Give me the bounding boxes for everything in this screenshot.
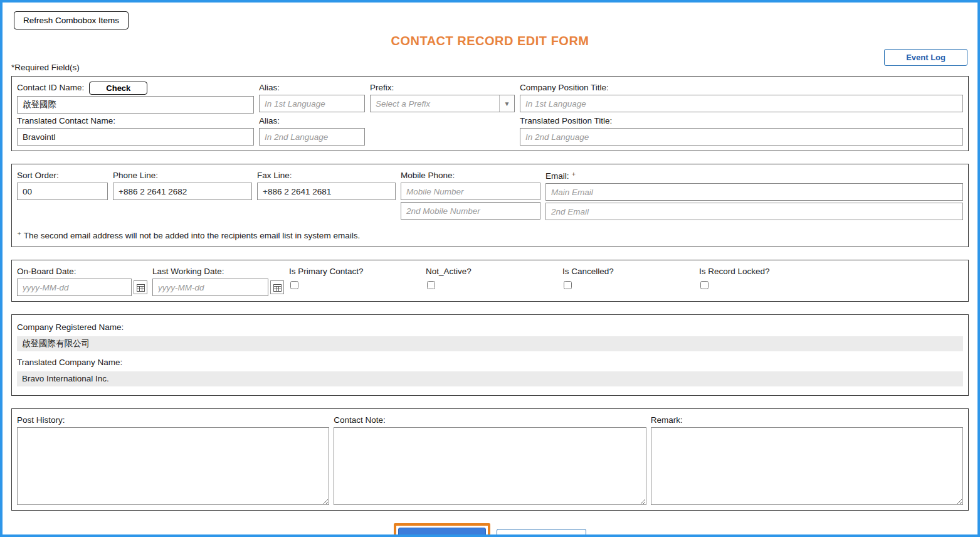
on-board-date-field: On-Board Date:: [17, 265, 147, 296]
contact-id-name-field: Contact ID Name: Check: [17, 82, 254, 114]
chevron-down-icon[interactable]: ▼: [499, 95, 514, 112]
translated-company-name-label: Translated Company Name:: [17, 355, 963, 370]
is-cancelled-checkbox[interactable]: [564, 281, 572, 289]
check-button[interactable]: Check: [89, 82, 147, 95]
is-record-locked-field: Is Record Locked?: [699, 265, 963, 296]
remark-field: Remark:: [651, 414, 963, 505]
not-active-label: Not_Active?: [426, 265, 557, 279]
event-log-button[interactable]: Event Log: [884, 49, 967, 66]
identity-section: Contact ID Name: Check Alias: Prefix: Se…: [11, 76, 969, 151]
contact-note-field: Contact Note:: [334, 414, 646, 505]
company-registered-name-value: 啟登國際有限公司: [17, 336, 963, 351]
on-board-date-input[interactable]: [17, 279, 132, 296]
spacer: [370, 115, 515, 146]
company-section: Company Registered Name: 啟登國際有限公司 Transl…: [11, 314, 969, 396]
not-active-checkbox[interactable]: [427, 281, 435, 289]
post-history-label: Post History:: [17, 414, 329, 427]
alias-first-field: Alias:: [259, 82, 365, 114]
email-field: Email: ⁺: [545, 169, 963, 220]
phone-line-field: Phone Line:: [113, 169, 252, 220]
alias-second-input[interactable]: [259, 128, 365, 146]
last-working-date-field: Last Working Date:: [152, 265, 284, 296]
alias-second-label: Alias:: [259, 115, 365, 128]
second-email-footnote: ⁺ The second email address will not be a…: [17, 230, 963, 242]
is-record-locked-checkbox[interactable]: [700, 281, 709, 289]
company-position-title-field: Company Position Title:: [520, 82, 963, 114]
prefix-field: Prefix: Select a Prefix ▼: [370, 82, 515, 114]
contact-note-textarea[interactable]: [334, 427, 646, 505]
calendar-icon: [137, 284, 145, 292]
is-primary-contact-field: Is Primary Contact?: [289, 265, 421, 296]
page-title: CONTACT RECORD EDIT FORM: [391, 34, 589, 48]
post-history-textarea[interactable]: [17, 427, 329, 505]
company-position-title-input[interactable]: [520, 95, 963, 112]
not-active-field: Not_Active?: [426, 265, 557, 296]
alias-second-field: Alias:: [259, 115, 365, 146]
update-contact-button[interactable]: Update Contact: [398, 528, 486, 537]
second-mobile-phone-input[interactable]: [401, 202, 540, 220]
remark-textarea[interactable]: [651, 427, 963, 505]
on-board-date-calendar-button[interactable]: [134, 280, 147, 294]
translated-position-title-input[interactable]: [520, 128, 963, 146]
translated-position-title-label: Translated Position Title:: [520, 115, 963, 128]
is-record-locked-label: Is Record Locked?: [699, 265, 963, 279]
required-fields-note: *Required Field(s): [11, 63, 969, 72]
fax-line-label: Fax Line:: [257, 169, 396, 183]
cancel-button[interactable]: Cancel: [497, 529, 586, 537]
remark-label: Remark:: [651, 414, 963, 427]
top-bar: Refresh Combobox Items CONTACT RECORD ED…: [11, 3, 969, 63]
fax-line-input[interactable]: [257, 183, 396, 200]
mobile-phone-label: Mobile Phone:: [401, 169, 540, 183]
calendar-icon: [273, 284, 282, 292]
phone-line-input[interactable]: [113, 183, 252, 200]
post-history-field: Post History:: [17, 414, 329, 505]
mobile-phone-field: Mobile Phone:: [401, 169, 540, 220]
email-label: Email: ⁺: [545, 169, 963, 183]
prefix-select[interactable]: Select a Prefix ▼: [370, 95, 515, 112]
sort-order-field: Sort Order:: [17, 169, 108, 220]
notes-section: Post History: Contact Note: Remark:: [11, 408, 969, 511]
company-position-title-label: Company Position Title:: [520, 82, 963, 95]
contact-numbers-section: Sort Order: Phone Line: Fax Line: Mobile…: [11, 164, 969, 247]
last-working-date-label: Last Working Date:: [152, 265, 284, 279]
translated-contact-name-field: Translated Contact Name:: [17, 115, 254, 146]
refresh-combobox-items-button[interactable]: Refresh Combobox Items: [14, 11, 129, 29]
is-cancelled-field: Is Cancelled?: [562, 265, 694, 296]
company-registered-name-label: Company Registered Name:: [17, 320, 963, 334]
app-window: Refresh Combobox Items CONTACT RECORD ED…: [0, 0, 980, 537]
prefix-selected-value: Select a Prefix: [371, 99, 499, 109]
is-cancelled-label: Is Cancelled?: [562, 265, 694, 279]
contact-id-name-input[interactable]: [17, 96, 254, 114]
form-actions: Update Contact Cancel: [11, 523, 969, 537]
alias-first-label: Alias:: [259, 82, 365, 95]
sort-order-label: Sort Order:: [17, 169, 108, 183]
is-primary-contact-checkbox[interactable]: [290, 281, 298, 289]
update-contact-highlight: Update Contact: [394, 523, 490, 537]
fax-line-field: Fax Line:: [257, 169, 396, 220]
translated-contact-name-input[interactable]: [17, 128, 254, 146]
translated-position-title-field: Translated Position Title:: [520, 115, 963, 146]
phone-line-label: Phone Line:: [113, 169, 252, 183]
mobile-phone-input[interactable]: [401, 183, 540, 200]
translated-company-name-value: Bravo International Inc.: [17, 371, 963, 386]
translated-contact-name-label: Translated Contact Name:: [17, 115, 254, 128]
main-email-input[interactable]: [545, 183, 963, 201]
last-working-date-calendar-button[interactable]: [270, 280, 284, 294]
status-section: On-Board Date: Last Working Date:: [11, 260, 969, 302]
last-working-date-input[interactable]: [152, 279, 268, 296]
second-email-input[interactable]: [545, 203, 963, 220]
on-board-date-label: On-Board Date:: [17, 265, 147, 279]
prefix-label: Prefix:: [370, 82, 515, 95]
contact-id-name-label: Contact ID Name:: [17, 82, 84, 95]
is-primary-contact-label: Is Primary Contact?: [289, 265, 421, 279]
sort-order-input[interactable]: [17, 183, 108, 200]
alias-first-input[interactable]: [259, 95, 365, 112]
contact-note-label: Contact Note:: [334, 414, 646, 427]
